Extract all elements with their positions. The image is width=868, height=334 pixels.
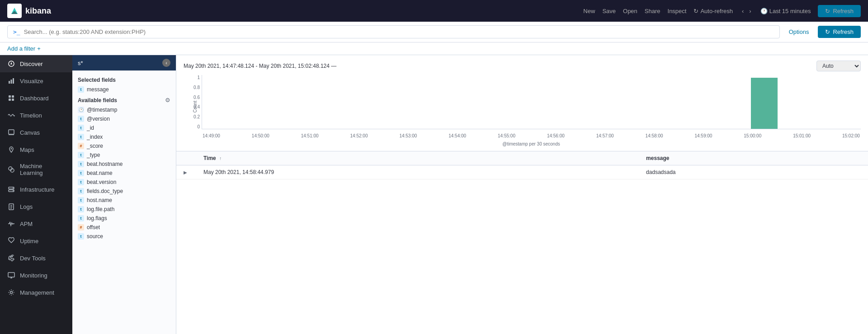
svg-rect-10: [12, 99, 14, 101]
refresh-button[interactable]: ↻ Refresh: [818, 5, 861, 17]
field-item-beat-hostname[interactable]: t beat.hostname: [72, 160, 176, 169]
gear-sidebar-icon: [7, 288, 15, 296]
sidebar-item-visualize[interactable]: Visualize: [0, 72, 72, 89]
chart-area: May 20th 2021, 14:47:48.124 - May 20th 2…: [176, 55, 868, 138]
share-button[interactable]: Share: [645, 8, 660, 14]
expand-row-button[interactable]: ▶: [184, 170, 187, 175]
sidebar-item-apm[interactable]: APM: [0, 215, 72, 232]
time-column-header[interactable]: Time ↑: [196, 151, 639, 165]
x-label-10: 14:58:00: [646, 133, 663, 138]
monitor-icon: [7, 271, 15, 279]
field-name-beat-name: beat.name: [87, 170, 113, 176]
sidebar-item-uptime[interactable]: Uptime: [0, 232, 72, 249]
sidebar-item-dev-tools[interactable]: Dev Tools: [0, 249, 72, 267]
field-item-source[interactable]: t source: [72, 232, 176, 241]
sidebar-item-timelion[interactable]: Timelion: [0, 107, 72, 124]
search-bar: >_ Options ↻ Refresh: [0, 22, 868, 42]
field-item-host-name[interactable]: t host.name: [72, 196, 176, 205]
canvas-icon: [7, 128, 15, 136]
chart-bars: [202, 75, 861, 129]
field-type-t-badge-10: t: [78, 197, 84, 203]
refresh-icon: ↻: [693, 8, 698, 14]
search-refresh-button[interactable]: ↻ Refresh: [818, 26, 861, 38]
server-icon: [7, 185, 15, 193]
field-panel-body: Selected fields t message Available fiel…: [72, 71, 176, 334]
field-name-log-file-path: log.file.path: [87, 206, 114, 212]
chart-controls: May 20th 2021, 14:47:48.124 - May 20th 2…: [184, 61, 861, 71]
svg-rect-6: [13, 78, 14, 84]
prev-arrow[interactable]: ‹: [740, 7, 745, 15]
grid-icon: [7, 94, 15, 102]
field-type-hash-badge-2: #: [78, 224, 84, 231]
search-input[interactable]: [24, 28, 774, 35]
sidebar-item-logs[interactable]: Logs: [0, 198, 72, 215]
field-panel-header: s* ‹: [72, 55, 176, 71]
svg-rect-24: [8, 273, 14, 277]
sidebar-item-dashboard[interactable]: Dashboard: [0, 89, 72, 107]
field-name-log-flags: log.flags: [87, 215, 107, 221]
field-name-timestamp: @timestamp: [87, 107, 118, 113]
chart-x-axis: 14:49:00 14:50:00 14:51:00 14:52:00 14:5…: [202, 129, 861, 138]
sort-icon: ↑: [219, 156, 222, 161]
field-item-log-flags[interactable]: t log.flags: [72, 214, 176, 223]
inspect-button[interactable]: Inspect: [668, 8, 687, 14]
field-item-message[interactable]: t message: [72, 85, 176, 94]
svg-point-27: [10, 292, 13, 294]
time-range-button[interactable]: 🕐 Last 15 minutes: [760, 8, 811, 14]
field-item-log-file-path[interactable]: t log.file.path: [72, 205, 176, 214]
svg-rect-4: [9, 81, 10, 84]
collapse-panel-button[interactable]: ‹: [162, 59, 170, 67]
interval-select[interactable]: Auto Millisecond Second Minute Hour Day: [816, 61, 861, 71]
field-name-fields-doc-type: fields.doc_type: [87, 188, 123, 194]
chart-container: 1 0.8 0.6 0.4 0.2 0 Count: [184, 75, 861, 138]
field-type-t-badge-2: t: [78, 116, 84, 122]
field-item-beat-name[interactable]: t beat.name: [72, 169, 176, 178]
sidebar-item-maps[interactable]: Maps: [0, 141, 72, 158]
field-item-index[interactable]: t _index: [72, 132, 176, 141]
next-arrow[interactable]: ›: [747, 7, 753, 15]
field-item-beat-version[interactable]: t beat.version: [72, 178, 176, 187]
row-time-cell: May 20th 2021, 14:58:44.979: [196, 165, 639, 179]
sidebar-item-machine-learning[interactable]: Machine Learning: [0, 158, 72, 181]
brain-icon: [7, 165, 15, 174]
auto-refresh-button[interactable]: ↻ Auto-refresh: [693, 8, 733, 14]
save-button[interactable]: Save: [602, 8, 616, 14]
x-label-9: 14:57:00: [596, 133, 614, 138]
sidebar: Discover Visualize Dashboar: [0, 55, 72, 334]
sidebar-item-canvas[interactable]: Canvas: [0, 124, 72, 141]
add-filter-button[interactable]: Add a filter +: [7, 45, 41, 52]
time-range-display: May 20th 2021, 14:47:48.124 - May 20th 2…: [184, 63, 336, 69]
x-label-7: 14:55:00: [498, 133, 515, 138]
new-button[interactable]: New: [583, 8, 595, 14]
field-type-hash-badge: #: [78, 143, 84, 149]
heartbeat-icon: [7, 237, 15, 245]
search-input-wrapper[interactable]: >_: [7, 25, 780, 38]
chart-inner: Count: [202, 75, 861, 138]
table-body: ▶ May 20th 2021, 14:58:44.979 dadsadsada: [176, 165, 868, 179]
available-fields-gear-icon[interactable]: ⚙: [165, 97, 170, 103]
field-name-source: source: [87, 233, 103, 240]
field-item-type[interactable]: t _type: [72, 151, 176, 160]
field-item-score[interactable]: # _score: [72, 141, 176, 151]
field-item-fields-doc-type[interactable]: t fields.doc_type: [72, 187, 176, 196]
sidebar-item-discover[interactable]: Discover: [0, 55, 72, 72]
field-item-timestamp[interactable]: 🕐 @timestamp: [72, 105, 176, 114]
sidebar-item-management[interactable]: Management: [0, 284, 72, 301]
x-axis-label: @timestamp per 30 seconds: [202, 141, 861, 146]
open-button[interactable]: Open: [623, 8, 637, 14]
field-item-version[interactable]: t @version: [72, 114, 176, 123]
x-label-1: 14:49:00: [203, 133, 220, 138]
expand-column: [176, 151, 196, 165]
svg-rect-11: [9, 130, 14, 134]
sidebar-item-monitoring[interactable]: Monitoring: [0, 267, 72, 284]
field-item-id[interactable]: t _id: [72, 123, 176, 132]
field-name-index: _index: [87, 134, 103, 140]
field-item-offset[interactable]: # offset: [72, 223, 176, 232]
x-label-5: 14:53:00: [399, 133, 417, 138]
field-name-score: _score: [87, 143, 103, 149]
svg-rect-5: [11, 80, 12, 84]
options-button[interactable]: Options: [783, 26, 815, 38]
x-label-3: 14:51:00: [301, 133, 319, 138]
sidebar-item-infrastructure[interactable]: Infrastructure: [0, 181, 72, 198]
x-label-8: 14:56:00: [547, 133, 565, 138]
